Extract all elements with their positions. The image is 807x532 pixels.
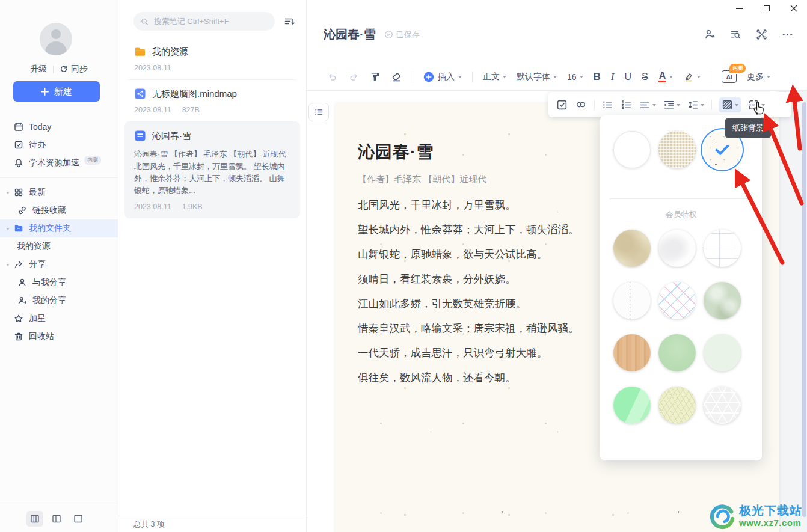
sidebar-item-link-favorites[interactable]: 链接收藏 bbox=[0, 201, 118, 219]
indent-icon bbox=[663, 99, 675, 111]
sidebar-item-label: 我的分享 bbox=[32, 295, 66, 306]
minimize-button[interactable] bbox=[726, 0, 753, 16]
layout-three-pane-button[interactable] bbox=[26, 511, 43, 527]
divider bbox=[0, 504, 118, 504]
avatar[interactable] bbox=[40, 23, 72, 55]
align-dropdown[interactable] bbox=[639, 99, 656, 111]
sidebar-item-label: Today bbox=[29, 122, 51, 132]
note-item-date: 2023.08.11 bbox=[134, 64, 171, 72]
note-item-size: 827B bbox=[182, 106, 200, 114]
paper-swatch-diagonal-stripes[interactable] bbox=[658, 282, 696, 319]
sidebar-item-academic[interactable]: 学术资源加速 内测 bbox=[0, 154, 118, 172]
link-icon[interactable] bbox=[575, 99, 587, 111]
eraser-icon[interactable] bbox=[391, 71, 402, 82]
paper-swatch-wood-grain[interactable] bbox=[613, 334, 651, 371]
note-title[interactable]: 沁园春·雪 bbox=[324, 26, 376, 43]
paper-swatch-woven-texture[interactable] bbox=[658, 131, 696, 168]
paper-swatch-soft-green[interactable] bbox=[658, 334, 696, 371]
sort-icon[interactable] bbox=[283, 16, 295, 28]
font-family-dropdown[interactable]: 默认字体 bbox=[517, 72, 557, 82]
more-icon[interactable] bbox=[781, 28, 794, 41]
paper-swatch-dotted-line[interactable] bbox=[613, 282, 651, 319]
paper-background-icon bbox=[722, 99, 733, 111]
sidebar-item-shared-with-me[interactable]: 与我分享 bbox=[0, 274, 118, 292]
todo-checkbox-icon[interactable] bbox=[556, 99, 568, 111]
sidebar-item-latest[interactable]: 最新 bbox=[0, 183, 118, 201]
layout-single-pane-button[interactable] bbox=[70, 511, 87, 527]
sidebar-item-label: 与我分享 bbox=[32, 277, 66, 288]
watermark: 极光下载站 www.xz7.com bbox=[708, 502, 802, 530]
sidebar-item-label: 回收站 bbox=[29, 331, 54, 342]
paper-swatch-leaf-veins[interactable] bbox=[658, 387, 696, 424]
note-list-item-my-resources[interactable]: 我的资源 2023.08.11 bbox=[124, 37, 300, 79]
format-painter-icon[interactable] bbox=[369, 71, 381, 82]
more-dropdown[interactable]: 更多 bbox=[747, 72, 770, 82]
paper-swatch-pale-green[interactable] bbox=[704, 334, 741, 371]
editor-scrollbar[interactable] bbox=[802, 102, 806, 517]
divider bbox=[53, 66, 54, 73]
note-item-preview: 沁园春·雪 【作者】 毛泽东 【朝代】 近现代 北国风光，千里冰封，万里雪飘。 … bbox=[134, 148, 290, 197]
search-input[interactable] bbox=[153, 16, 268, 26]
share-icon[interactable] bbox=[704, 28, 716, 41]
upgrade-link[interactable]: 升级 bbox=[30, 64, 47, 75]
sidebar-item-share[interactable]: 分享 bbox=[0, 255, 118, 274]
trash-icon bbox=[13, 332, 23, 342]
numbered-list-icon[interactable] bbox=[621, 99, 632, 111]
insert-button[interactable]: 插入 bbox=[423, 72, 462, 82]
mindmap-icon bbox=[134, 88, 146, 100]
share-icon bbox=[13, 260, 23, 270]
mindmap-icon[interactable] bbox=[755, 28, 768, 41]
paper-background-panel: 会员特权 bbox=[600, 115, 762, 460]
search-in-note-icon[interactable] bbox=[729, 28, 742, 41]
sidebar-item-my-resources[interactable]: 我的资源 bbox=[0, 237, 118, 255]
paper-swatch-cloud-white[interactable] bbox=[658, 230, 696, 267]
sidebar-item-my-folder[interactable]: 我的文件夹 bbox=[0, 219, 118, 237]
sidebar-item-my-shares[interactable]: 我的分享 bbox=[0, 292, 118, 310]
divider bbox=[609, 198, 753, 199]
outline-toggle-button[interactable] bbox=[308, 103, 329, 121]
star-icon bbox=[13, 314, 23, 324]
bullet-list-icon[interactable] bbox=[602, 99, 613, 111]
ai-assistant-button[interactable]: AI✚ 内测 bbox=[722, 70, 737, 83]
note-item-title: 无标题脑图.mindmap bbox=[152, 88, 237, 100]
undo-icon[interactable] bbox=[327, 72, 338, 82]
italic-button[interactable]: I bbox=[611, 71, 615, 83]
sync-button[interactable]: 同步 bbox=[60, 64, 88, 75]
sidebar-item-starred[interactable]: 加星 bbox=[0, 310, 118, 328]
page-divider-dropdown[interactable] bbox=[748, 99, 765, 111]
note-list-item-untitled-mindmap[interactable]: 无标题脑图.mindmap 2023.08.11 827B bbox=[124, 79, 300, 121]
sidebar-item-today[interactable]: Today bbox=[0, 118, 118, 136]
highlight-dropdown[interactable] bbox=[683, 72, 701, 82]
ai-icon: AI✚ 内测 bbox=[722, 70, 737, 83]
note-list-footer: 总共 3 项 bbox=[118, 516, 306, 532]
indent-dropdown[interactable] bbox=[663, 99, 680, 111]
paper-swatch-parchment[interactable] bbox=[613, 230, 651, 267]
link-icon bbox=[17, 206, 27, 216]
paper-swatch-triangle-white[interactable] bbox=[704, 387, 741, 424]
paper-swatch-blank-white[interactable] bbox=[613, 131, 651, 168]
paper-swatch-grid-paper[interactable] bbox=[704, 230, 741, 267]
underline-button[interactable]: U bbox=[625, 72, 632, 82]
sidebar-item-todo[interactable]: 待办 bbox=[0, 136, 118, 154]
font-color-dropdown[interactable]: A bbox=[658, 71, 674, 83]
redo-icon[interactable] bbox=[348, 72, 359, 82]
outline-icon bbox=[314, 107, 324, 117]
close-button[interactable] bbox=[780, 0, 807, 16]
maximize-button[interactable] bbox=[753, 0, 780, 16]
strikethrough-button[interactable]: S bbox=[642, 72, 648, 82]
paper-swatch-bright-green[interactable] bbox=[613, 387, 651, 424]
paragraph-style-dropdown[interactable]: 正文 bbox=[483, 72, 506, 82]
beta-badge: 内测 bbox=[84, 156, 101, 165]
layout-two-pane-button[interactable] bbox=[48, 511, 65, 527]
ai-beta-badge: 内测 bbox=[729, 64, 746, 73]
note-list-item-qinyuanchun-xue[interactable]: 沁园春·雪 沁园春·雪 【作者】 毛泽东 【朝代】 近现代 北国风光，千里冰封，… bbox=[124, 121, 300, 218]
paper-background-dropdown[interactable] bbox=[719, 97, 741, 112]
paper-swatch-green-textured[interactable] bbox=[704, 282, 741, 319]
search-box[interactable] bbox=[133, 12, 275, 31]
line-height-dropdown[interactable] bbox=[687, 99, 704, 111]
sidebar-item-trash[interactable]: 回收站 bbox=[0, 328, 118, 346]
new-note-button[interactable]: 新建 bbox=[13, 81, 100, 102]
bold-button[interactable]: B bbox=[594, 71, 601, 83]
font-size-dropdown[interactable]: 16 bbox=[567, 72, 583, 82]
sidebar-item-label: 链接收藏 bbox=[32, 205, 66, 216]
